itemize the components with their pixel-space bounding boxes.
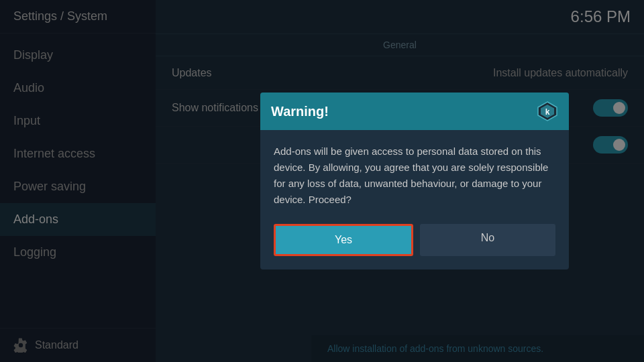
no-button[interactable]: No (420, 224, 555, 256)
dialog-title: Warning! (271, 104, 329, 119)
dialog-message: Add-ons will be given access to personal… (274, 143, 555, 208)
kodi-logo-icon: k (537, 101, 558, 122)
dialog-header: Warning! k (260, 93, 569, 130)
warning-dialog: Warning! k Add-ons will be given access … (260, 93, 569, 269)
yes-button[interactable]: Yes (274, 224, 413, 256)
dialog-body: Add-ons will be given access to personal… (260, 130, 569, 224)
dialog-buttons: Yes No (260, 224, 569, 269)
svg-text:k: k (545, 107, 550, 117)
